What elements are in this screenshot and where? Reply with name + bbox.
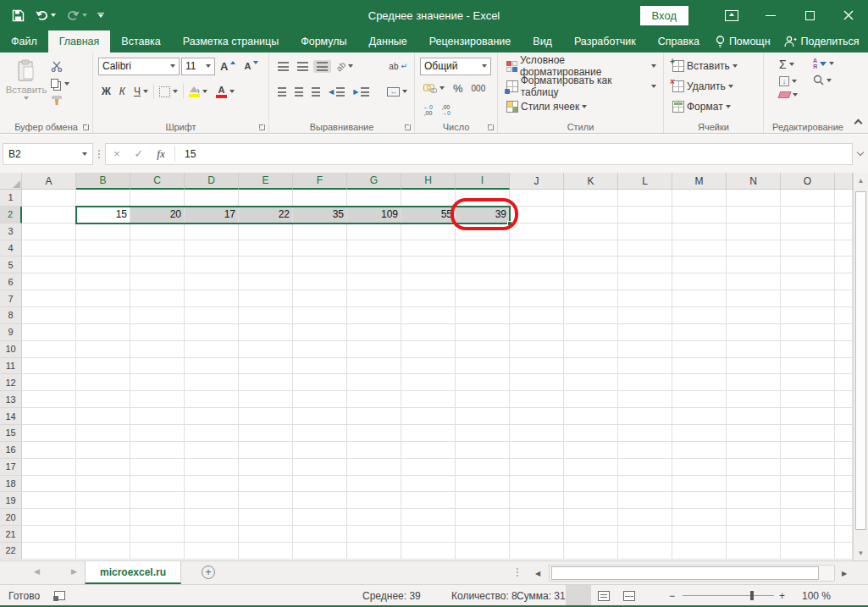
row-header-16[interactable]: 16 <box>0 442 22 459</box>
cell-F18[interactable] <box>293 476 347 493</box>
cell-partial-20[interactable] <box>835 509 853 526</box>
cell-K4[interactable] <box>564 240 618 257</box>
cell-B20[interactable] <box>76 509 130 526</box>
cell-H1[interactable] <box>401 190 456 207</box>
font-dialog-launcher[interactable] <box>259 124 265 130</box>
cell-L8[interactable] <box>618 307 672 324</box>
sort-filter-button[interactable]: АЯ <box>810 56 838 71</box>
cell-B2[interactable]: 15 <box>76 207 130 223</box>
cell-A22[interactable] <box>22 543 76 560</box>
cell-E12[interactable] <box>239 374 293 391</box>
cell-G12[interactable] <box>347 374 401 391</box>
cell-N6[interactable] <box>727 273 781 290</box>
cell-L9[interactable] <box>618 324 672 341</box>
cell-F1[interactable] <box>293 190 347 207</box>
cell-N21[interactable] <box>727 526 781 543</box>
percent-style-button[interactable]: % <box>450 80 467 97</box>
column-header-A[interactable]: A <box>22 173 76 190</box>
undo-button[interactable] <box>31 7 59 24</box>
cell-J12[interactable] <box>510 374 564 391</box>
row-header-18[interactable]: 18 <box>0 476 22 493</box>
cell-I8[interactable] <box>456 307 510 324</box>
zoom-in-button[interactable]: + <box>779 585 785 606</box>
cell-J5[interactable] <box>510 257 564 273</box>
cell-D18[interactable] <box>185 476 239 493</box>
cell-C6[interactable] <box>130 273 185 290</box>
format-as-table-button[interactable]: Форматировать как таблицу <box>503 73 660 100</box>
italic-button[interactable]: К <box>116 84 129 99</box>
cell-F5[interactable] <box>293 257 347 273</box>
cell-I7[interactable] <box>456 290 510 307</box>
cell-O1[interactable] <box>781 190 835 207</box>
cell-M22[interactable] <box>672 543 727 560</box>
cell-O17[interactable] <box>781 459 835 476</box>
column-header-B[interactable]: B <box>76 173 130 190</box>
cell-N1[interactable] <box>727 190 781 207</box>
cell-J8[interactable] <box>510 307 564 324</box>
cell-G5[interactable] <box>347 257 401 273</box>
cell-F14[interactable] <box>293 408 347 425</box>
format-painter-button[interactable] <box>47 93 73 108</box>
cell-I11[interactable] <box>456 358 510 375</box>
cell-E14[interactable] <box>239 408 293 425</box>
row-header-14[interactable]: 14 <box>0 408 22 425</box>
cell-C2[interactable]: 20 <box>130 207 185 223</box>
cell-J20[interactable] <box>510 509 564 526</box>
cell-L4[interactable] <box>618 240 672 257</box>
cell-I19[interactable] <box>456 492 510 509</box>
cell-E16[interactable] <box>239 442 293 459</box>
cell-E15[interactable] <box>239 425 293 442</box>
cell-O9[interactable] <box>781 324 835 341</box>
row-header-13[interactable]: 13 <box>0 391 22 408</box>
cell-A4[interactable] <box>22 240 76 257</box>
cell-N17[interactable] <box>727 459 781 476</box>
page-layout-view-button[interactable] <box>591 585 616 606</box>
tab-view[interactable]: Вид <box>522 30 563 52</box>
horizontal-scrollbar[interactable] <box>549 565 835 582</box>
cell-L3[interactable] <box>618 223 672 240</box>
cell-D8[interactable] <box>185 307 239 324</box>
cell-H8[interactable] <box>401 307 456 324</box>
name-box[interactable]: B2 <box>3 143 93 165</box>
cell-M16[interactable] <box>672 442 727 459</box>
cell-H17[interactable] <box>401 459 456 476</box>
cell-O2[interactable] <box>781 207 835 223</box>
underline-button[interactable]: Ч <box>130 84 152 99</box>
fill-color-button[interactable] <box>185 84 211 99</box>
cell-K10[interactable] <box>564 341 618 358</box>
cell-I4[interactable] <box>456 240 510 257</box>
font-size-combo[interactable]: 11 <box>181 58 215 75</box>
cell-H4[interactable] <box>401 240 456 257</box>
cell-partial-1[interactable] <box>835 190 853 207</box>
next-sheet-button[interactable]: ▶ <box>71 567 77 576</box>
cell-N2[interactable] <box>727 207 781 223</box>
row-header-12[interactable]: 12 <box>0 374 22 391</box>
column-header-J[interactable]: J <box>510 173 564 190</box>
cell-M8[interactable] <box>672 307 727 324</box>
cell-I16[interactable] <box>456 442 510 459</box>
cell-M3[interactable] <box>672 223 727 240</box>
increase-decimal-button[interactable]: ←0,00 <box>420 102 436 118</box>
ribbon-display-options-button[interactable] <box>712 0 751 30</box>
tab-scroll-splitter[interactable] <box>517 568 518 577</box>
cell-partial-16[interactable] <box>835 442 853 459</box>
cell-L19[interactable] <box>618 492 672 509</box>
cell-K11[interactable] <box>564 358 618 375</box>
cell-F20[interactable] <box>293 509 347 526</box>
cell-N18[interactable] <box>727 476 781 493</box>
row-header-5[interactable]: 5 <box>0 257 22 273</box>
cell-L17[interactable] <box>618 459 672 476</box>
cell-A6[interactable] <box>22 273 76 290</box>
cell-O12[interactable] <box>781 374 835 391</box>
cell-J19[interactable] <box>510 492 564 509</box>
cell-C10[interactable] <box>130 341 185 358</box>
column-header-M[interactable]: M <box>672 173 727 190</box>
cell-J13[interactable] <box>510 391 564 408</box>
cell-F3[interactable] <box>293 223 347 240</box>
cell-F22[interactable] <box>293 543 347 560</box>
cell-O10[interactable] <box>781 341 835 358</box>
cell-K20[interactable] <box>564 509 618 526</box>
cell-D2[interactable]: 17 <box>185 207 239 223</box>
cell-E20[interactable] <box>239 509 293 526</box>
cell-N12[interactable] <box>727 374 781 391</box>
